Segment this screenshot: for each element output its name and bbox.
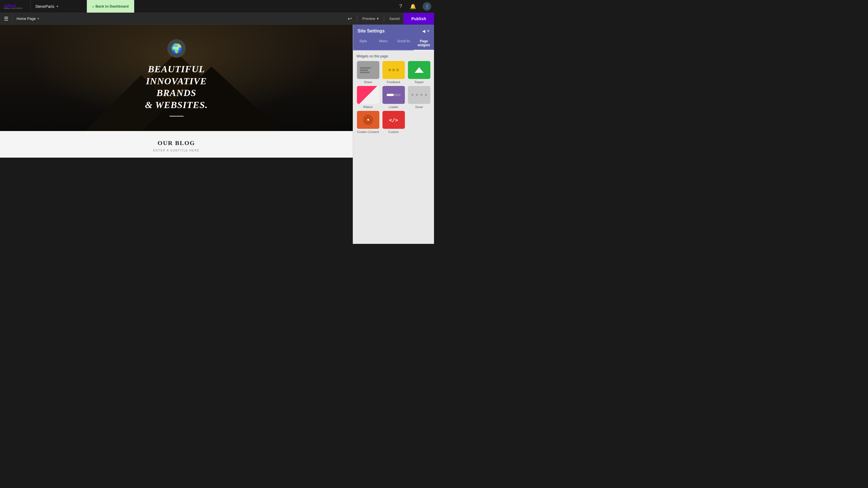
widget-item-share[interactable]: Share	[356, 61, 380, 84]
hero-line4: & WEBSITES.	[145, 99, 208, 111]
widget-thumb-topper	[408, 61, 430, 79]
tab-style[interactable]: Style	[353, 36, 373, 50]
yahoo-logo: yahoo! small business	[4, 3, 23, 9]
feedback-dot-3	[396, 69, 399, 71]
widget-thumb-feedback	[382, 61, 405, 79]
widget-item-snow[interactable]: ❄ ❄ ❄ ❄ Snow	[407, 86, 431, 109]
back-to-dashboard-button[interactable]: ‹ Back to Dashboard	[87, 0, 134, 12]
snowflake-icon-3: ❄	[420, 93, 423, 97]
separator-2	[384, 15, 384, 22]
widget-thumb-ribbon	[357, 86, 379, 104]
globe-icon-circle: 🌍	[167, 39, 186, 58]
globe-icon: 🌍	[170, 43, 182, 54]
page-name-label: Home Page	[17, 17, 36, 21]
settings-panel: Site Settings ◀ × Style Menu Scroll f/x …	[353, 25, 434, 244]
undo-button[interactable]: ↩	[344, 13, 356, 24]
second-bar: ☰ Home Page ▾ ↩ Preview ▾ Saved Publish	[0, 13, 434, 25]
widget-thumb-snow: ❄ ❄ ❄ ❄	[408, 86, 430, 104]
widget-label-share: Share	[364, 80, 372, 84]
snowflake-icon-1: ❄	[411, 93, 414, 97]
canvas: 🌍 BEAUTIFUL INNOVATIVE BRANDS & WEBSITES…	[0, 25, 353, 244]
loader-bar-container	[386, 94, 401, 96]
widget-label-ribbon: Ribbon	[363, 105, 373, 109]
site-name-label: SteveParis	[35, 4, 54, 9]
widget-thumb-custom: </>	[382, 111, 405, 129]
topper-arrow-icon	[415, 67, 424, 73]
panel-body: Widgets on this page: Share	[353, 51, 434, 244]
preview-button[interactable]: Preview ▾	[358, 13, 383, 24]
panel-title: Site Settings	[358, 29, 385, 34]
widget-label-custom: Custom	[388, 130, 399, 134]
preview-label: Preview	[362, 17, 375, 21]
cookie-icon	[363, 115, 373, 125]
separator-1	[357, 15, 357, 22]
panel-collapse-icon[interactable]: ◀	[422, 29, 425, 33]
hero-line2: INNOVATIVE	[145, 75, 208, 87]
widget-label-cookie-consent: Cookie Consent	[357, 130, 379, 134]
snowflake-icon-4: ❄	[425, 93, 427, 97]
widget-thumb-loader	[382, 86, 405, 104]
main-area: 🌍 BEAUTIFUL INNOVATIVE BRANDS & WEBSITES…	[0, 25, 434, 244]
top-bar: yahoo! small business SteveParis ▾ ‹ Bac…	[0, 0, 434, 13]
small-biz-text: small business	[4, 7, 23, 9]
panel-tabs: Style Menu Scroll f/x Page widgets	[353, 36, 434, 51]
bell-icon[interactable]: 🔔	[409, 2, 417, 11]
logo-area: yahoo! small business	[0, 0, 31, 12]
widgets-section-label: Widgets on this page:	[356, 54, 431, 58]
panel-close-icon[interactable]: ×	[427, 29, 430, 33]
tab-scroll-fx[interactable]: Scroll f/x	[394, 36, 414, 50]
widget-item-loader[interactable]: Loader	[382, 86, 405, 109]
site-selector[interactable]: SteveParis ▾	[31, 0, 87, 12]
hamburger-menu-icon[interactable]: ☰	[0, 13, 12, 24]
widget-label-snow: Snow	[415, 105, 423, 109]
hero-text: BEAUTIFUL INNOVATIVE BRANDS & WEBSITES.	[145, 63, 208, 111]
hero-divider	[169, 116, 184, 117]
saved-status: Saved	[385, 13, 403, 24]
ribbon-diagonal	[357, 86, 379, 104]
back-arrow-icon: ‹	[92, 4, 94, 9]
cookie-dot	[367, 119, 369, 121]
undo-icon: ↩	[348, 16, 352, 22]
back-to-dashboard-label: Back to Dashboard	[96, 4, 129, 8]
snowflake-icon-2: ❄	[415, 93, 418, 97]
widget-item-cookie-consent[interactable]: Cookie Consent	[356, 111, 380, 134]
widget-item-topper[interactable]: Topper	[407, 61, 431, 84]
widget-thumb-cookie	[357, 111, 379, 129]
hero-section: 🌍 BEAUTIFUL INNOVATIVE BRANDS & WEBSITES…	[0, 25, 353, 131]
widget-label-topper: Topper	[414, 80, 424, 84]
page-name-chevron-icon: ▾	[37, 17, 39, 21]
top-bar-right: ? 🔔 👤	[398, 2, 434, 11]
user-avatar[interactable]: 👤	[423, 2, 431, 11]
feedback-dot-1	[388, 69, 391, 71]
widget-item-feedback[interactable]: Feedback	[382, 61, 405, 84]
tab-menu[interactable]: Menu	[373, 36, 393, 50]
panel-header: Site Settings ◀ ×	[353, 25, 434, 36]
site-selector-chevron-icon: ▾	[57, 4, 58, 8]
panel-close-area: ◀ ×	[422, 29, 430, 33]
hero-line1: BEAUTIFUL	[145, 63, 208, 75]
tab-page-widgets[interactable]: Page widgets	[414, 36, 434, 50]
widget-item-ribbon[interactable]: Ribbon	[356, 86, 380, 109]
blog-section: OUR BLOG ENTER A SUBTITLE HERE	[0, 131, 353, 158]
custom-code-icon: </>	[389, 117, 398, 123]
loader-bar-fill	[386, 94, 394, 96]
preview-chevron-icon: ▾	[377, 17, 379, 21]
blog-title: OUR BLOG	[6, 139, 347, 147]
widget-item-custom[interactable]: </> Custom	[382, 111, 405, 134]
user-avatar-icon: 👤	[425, 4, 430, 9]
second-bar-right: ↩ Preview ▾ Saved Publish	[344, 13, 434, 24]
hero-line3: BRANDS	[145, 87, 208, 99]
feedback-dot-2	[392, 69, 395, 71]
blog-subtitle: ENTER A SUBTITLE HERE	[6, 149, 347, 152]
page-name-selector[interactable]: Home Page ▾	[12, 17, 43, 21]
widgets-grid: Share Feedback Topper	[356, 61, 431, 134]
help-icon[interactable]: ?	[398, 2, 403, 10]
widget-thumb-share	[357, 61, 379, 79]
publish-button[interactable]: Publish	[403, 13, 434, 24]
widget-label-loader: Loader	[389, 105, 398, 109]
widget-label-feedback: Feedback	[386, 80, 400, 84]
